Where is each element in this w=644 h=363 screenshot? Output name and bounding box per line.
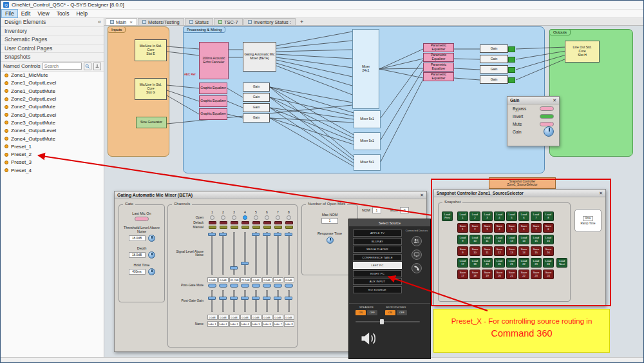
open-indicator[interactable] <box>272 215 283 220</box>
fader-handle[interactable] <box>230 297 238 300</box>
load-snapshot-button[interactable]: Load24 <box>543 258 554 268</box>
save-snapshot-button[interactable]: Save2 <box>469 223 480 233</box>
tab-meters-testing[interactable]: Meters/Testing <box>138 18 184 25</box>
named-control-item[interactable]: Zone2_OutputMute <box>1 103 104 111</box>
block-aec[interactable]: 200ms Acoustic Echo Canceler <box>199 42 229 79</box>
block-gating-mic-mixer[interactable]: Gating Automatic Mic Mixer (BETA) <box>243 42 276 72</box>
load-snapshot-button[interactable]: Load18 <box>469 258 480 268</box>
load-snapshot-button[interactable]: Load15 <box>531 235 542 244</box>
source-button[interactable]: NO SOURCE <box>353 286 402 293</box>
default-button[interactable] <box>218 221 229 224</box>
tab-status[interactable]: Status <box>185 18 213 25</box>
fader-handle[interactable] <box>230 266 238 270</box>
post-gate-mute-button[interactable] <box>218 284 229 288</box>
load-snapshot-button[interactable]: Load13 <box>506 235 517 244</box>
close-icon[interactable]: ✕ <box>420 193 424 198</box>
fader-handle[interactable] <box>274 233 281 236</box>
default-button[interactable] <box>207 221 218 224</box>
fader-handle[interactable] <box>208 297 216 300</box>
source-button[interactable]: AUX INPUT <box>353 278 402 285</box>
mixer-window-titlebar[interactable]: Gating Automatic Mic Mixer (BETA) ✕ <box>115 191 426 199</box>
named-control-item[interactable]: Zone4_OutputLevel <box>1 127 104 135</box>
fader-handle[interactable] <box>219 233 227 236</box>
display-icon[interactable] <box>412 250 422 260</box>
microphones-on-button[interactable]: ON <box>385 310 395 315</box>
save-snapshot-button[interactable]: Save14 <box>518 246 529 256</box>
channel-name[interactable]: Lobe 4 <box>240 321 251 327</box>
save-snapshot-button[interactable]: Save24 <box>543 270 554 279</box>
post-gate-mute-button[interactable] <box>251 284 261 288</box>
save-snapshot-button[interactable]: Save10 <box>469 246 480 256</box>
load-snapshot-button[interactable]: Load22 <box>518 258 529 268</box>
named-control-item[interactable]: Zone1_MicMute <box>1 72 104 79</box>
last-mic-on-toggle[interactable] <box>135 217 149 221</box>
manual-button[interactable] <box>251 226 261 229</box>
block-zone2-gain[interactable]: Gain <box>480 55 508 63</box>
channel-name[interactable]: Lobe 5 <box>251 321 261 327</box>
gain-value[interactable]: 0.0dB <box>218 315 229 320</box>
load-snapshot-button[interactable]: Load8 <box>543 211 554 221</box>
channel-name[interactable]: Lobe 7 <box>273 321 283 327</box>
load-snapshot-button[interactable]: Load23 <box>531 258 542 268</box>
save-snapshot-button[interactable]: Save1 <box>457 223 468 233</box>
default-button[interactable] <box>240 221 251 224</box>
signal-value[interactable]: 0.0dB <box>207 277 218 282</box>
block-snapshot-controller[interactable]: Snapshot Controller Zone1_SourceSelector <box>489 177 556 189</box>
open-indicator[interactable] <box>251 215 261 220</box>
threshold-value[interactable]: 18.0dB <box>129 235 146 241</box>
default-button[interactable] <box>251 221 261 224</box>
block-gain-4[interactable]: Gain <box>243 113 270 123</box>
block-zone4-gain[interactable]: Gain <box>480 75 508 84</box>
load-prev-button[interactable]: Load Prev <box>442 211 453 221</box>
block-zone1-gain[interactable]: Gain <box>480 44 508 53</box>
tab-main[interactable]: Main × <box>106 18 137 25</box>
manual-button[interactable] <box>207 226 218 229</box>
ramp-time-value[interactable]: 0ms <box>583 216 593 221</box>
fader-handle[interactable] <box>252 297 260 300</box>
save-snapshot-button[interactable]: Save17 <box>457 270 468 279</box>
save-snapshot-button[interactable]: Save5 <box>506 223 517 233</box>
search-input[interactable] <box>43 63 82 70</box>
signal-value[interactable]: 0.0dB <box>262 277 272 282</box>
block-mixer-5x1-1[interactable]: Mixer 5x1 <box>354 110 381 128</box>
sidebar-section-header[interactable]: Snapshots <box>1 53 104 62</box>
save-snapshot-button[interactable]: Save15 <box>531 246 542 256</box>
gain-value[interactable]: 0.0dB <box>229 315 240 320</box>
block-gain-1[interactable]: Gain <box>243 83 270 92</box>
block-line-out-slot-h[interactable]: Line Out Std. Core Slot H <box>565 41 600 63</box>
channel-name[interactable]: Lobe 1 <box>207 321 218 327</box>
load-snapshot-button[interactable]: Load21 <box>506 258 517 268</box>
block-parametric-eq-4[interactable]: Parametric Equalizer <box>423 72 454 81</box>
source-button[interactable]: BLURAY <box>353 238 402 245</box>
post-gate-gain-fader[interactable] <box>218 289 229 313</box>
gain-value[interactable]: 0.0dB <box>273 315 283 320</box>
signal-value[interactable]: 0.0dB <box>284 277 294 282</box>
snapshot-window-titlebar[interactable]: Snapshot Controller Zone1_SourceSelector… <box>434 190 605 197</box>
default-button[interactable] <box>229 221 240 224</box>
response-time-knob[interactable] <box>327 237 334 244</box>
open-indicator[interactable] <box>229 215 240 220</box>
block-mixer-5x1-3[interactable]: Mixer 5x1 <box>354 154 381 171</box>
post-gate-mute-button[interactable] <box>229 284 240 288</box>
source-button[interactable]: CONFERENCE TABLE <box>353 254 402 261</box>
manual-button[interactable] <box>218 226 229 229</box>
post-gate-gain-fader[interactable] <box>251 289 261 313</box>
load-snapshot-button[interactable]: Load17 <box>457 258 468 268</box>
load-snapshot-button[interactable]: Load1 <box>457 211 468 221</box>
load-snapshot-button[interactable]: Load5 <box>506 211 517 221</box>
depth-knob[interactable] <box>148 251 155 259</box>
channel-name[interactable]: Lobe 8 <box>284 321 294 327</box>
save-snapshot-button[interactable]: Save22 <box>518 270 529 279</box>
load-snapshot-button[interactable]: Load10 <box>469 235 480 244</box>
fader-handle[interactable] <box>263 233 270 236</box>
fader-handle[interactable] <box>208 233 216 236</box>
source-button[interactable]: LEFT PC <box>353 262 402 269</box>
pin-icon[interactable] <box>93 63 101 70</box>
signal-fader[interactable] <box>283 231 294 276</box>
save-snapshot-button[interactable]: Save11 <box>482 246 493 256</box>
named-control-item[interactable]: Preset_3 <box>1 159 104 166</box>
save-snapshot-button[interactable]: Save19 <box>482 270 493 279</box>
speakers-off-button[interactable]: OFF <box>367 310 377 315</box>
hold-time-value[interactable]: 400ms <box>129 269 146 275</box>
save-snapshot-button[interactable]: Save6 <box>518 223 529 233</box>
